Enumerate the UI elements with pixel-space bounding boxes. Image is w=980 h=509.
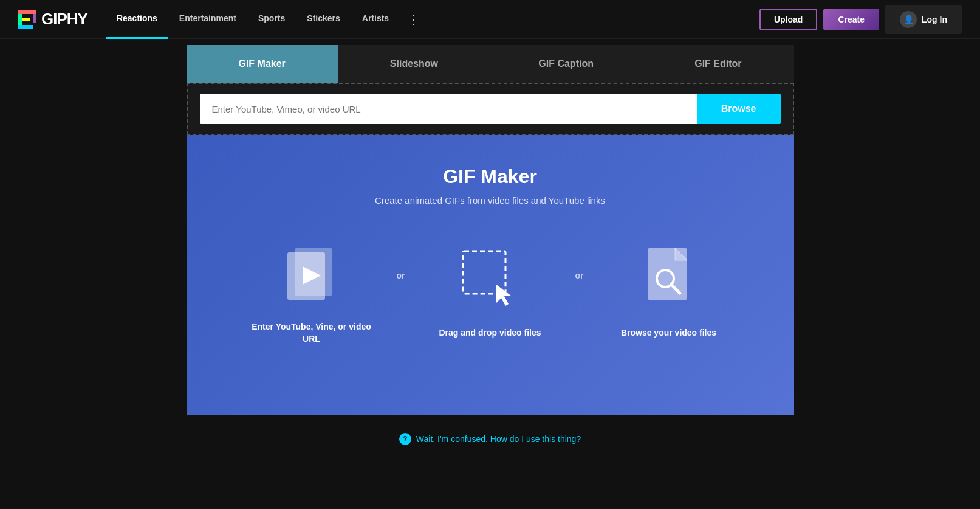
- nav-artists[interactable]: Artists: [351, 0, 400, 39]
- option-enter-url: Enter YouTube, Vine, or video URL: [245, 236, 379, 345]
- logo-link[interactable]: GIPHY: [18, 10, 87, 29]
- option-browse-label: Browse your video files: [621, 327, 716, 339]
- nav-reactions[interactable]: Reactions: [106, 0, 168, 39]
- giphy-logo-icon: [18, 10, 36, 29]
- svg-marker-9: [496, 285, 512, 306]
- help-bar: ? Wait, I'm confused. How do I use this …: [0, 421, 980, 457]
- login-button[interactable]: 👤 Log In: [885, 5, 962, 34]
- or-text-2: or: [575, 271, 584, 311]
- user-icon: 👤: [900, 11, 917, 28]
- url-input[interactable]: [200, 94, 697, 124]
- url-input-area: Browse: [187, 83, 794, 135]
- main-nav: Reactions Entertainment Sports Stickers …: [106, 0, 759, 39]
- svg-rect-2: [33, 14, 36, 23]
- help-icon: ?: [399, 433, 411, 445]
- option-browse-files: Browse your video files: [602, 242, 736, 339]
- create-button[interactable]: Create: [823, 9, 879, 30]
- panel-title: GIF Maker: [211, 165, 770, 188]
- svg-rect-1: [18, 10, 36, 14]
- upload-button[interactable]: Upload: [759, 9, 817, 30]
- tab-gif-maker[interactable]: GIF Maker: [187, 45, 338, 83]
- svg-rect-4: [22, 18, 30, 21]
- help-link[interactable]: ? Wait, I'm confused. How do I use this …: [399, 433, 581, 445]
- main-content: GIF Maker Slideshow GIF Caption GIF Edit…: [187, 39, 794, 415]
- browse-button[interactable]: Browse: [697, 94, 781, 124]
- tab-slideshow[interactable]: Slideshow: [338, 45, 490, 83]
- nav-more-button[interactable]: ⋮: [400, 0, 427, 39]
- nav-sports[interactable]: Sports: [247, 0, 296, 39]
- option-url-label: Enter YouTube, Vine, or video URL: [245, 321, 379, 345]
- tab-bar: GIF Maker Slideshow GIF Caption GIF Edit…: [187, 45, 794, 83]
- nav-stickers[interactable]: Stickers: [296, 0, 351, 39]
- panel-subtitle: Create animated GIFs from video files an…: [211, 195, 770, 206]
- option-drag-label: Drag and drop video files: [439, 327, 541, 339]
- option-drag-drop: Drag and drop video files: [423, 242, 557, 339]
- logo-text: GIPHY: [41, 10, 87, 29]
- browse-files-icon: [632, 242, 705, 315]
- or-text-1: or: [397, 271, 405, 311]
- svg-rect-3: [18, 25, 33, 29]
- tab-gif-editor[interactable]: GIF Editor: [642, 45, 793, 83]
- nav-actions: Upload Create 👤 Log In: [759, 5, 962, 34]
- main-header: GIPHY Reactions Entertainment Sports Sti…: [0, 0, 980, 39]
- video-url-icon: [275, 236, 348, 309]
- nav-entertainment[interactable]: Entertainment: [168, 0, 247, 39]
- gif-maker-panel: GIF Maker Create animated GIFs from vide…: [187, 135, 794, 415]
- drag-drop-icon: [454, 242, 527, 315]
- tab-gif-caption[interactable]: GIF Caption: [490, 45, 642, 83]
- options-row: Enter YouTube, Vine, or video URL or Dra…: [211, 236, 770, 345]
